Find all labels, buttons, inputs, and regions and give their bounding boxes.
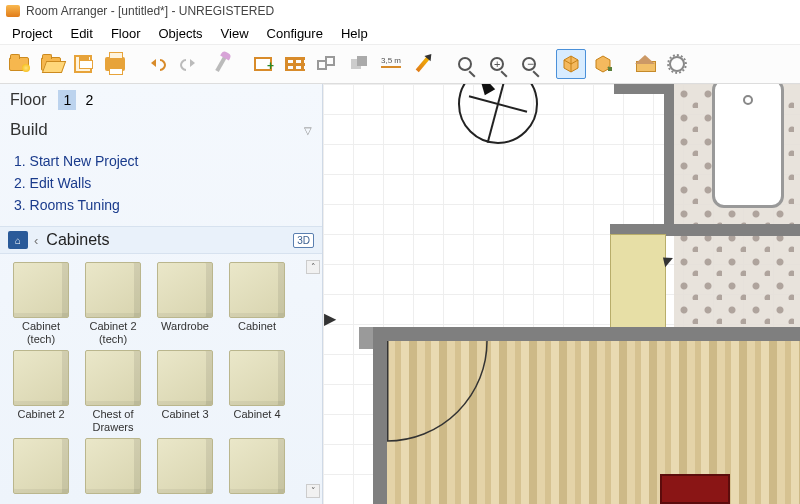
measure-label: 3,5 m (381, 56, 401, 65)
main-toolbar: 3,5 m (0, 44, 800, 84)
gallery-item-label: Cabinet 4 (224, 408, 290, 434)
sidebar: Floor 1 2 Build ▽ 1. Start New Project 2… (0, 84, 323, 504)
gallery-item[interactable] (152, 438, 218, 504)
view-3d-button[interactable] (556, 49, 586, 79)
save-button[interactable] (68, 49, 98, 79)
closet-object[interactable] (610, 234, 666, 328)
floor-selector: Floor 1 2 (0, 84, 322, 116)
menu-floor[interactable]: Floor (103, 23, 149, 44)
paint-button[interactable] (206, 49, 236, 79)
collapse-triangle-icon: ▽ (304, 125, 312, 136)
category-name: Cabinets (46, 231, 293, 249)
furniture-object[interactable] (660, 474, 730, 504)
menu-project[interactable]: Project (4, 23, 60, 44)
cabinet-thumb-icon (85, 438, 141, 494)
category-header[interactable]: ⌂ ‹ Cabinets 3D (0, 226, 322, 254)
settings-button[interactable] (662, 49, 692, 79)
build-item-walls[interactable]: 2. Edit Walls (14, 172, 308, 194)
object-gallery: Cabinet (tech)Cabinet 2 (tech)WardrobeCa… (0, 254, 322, 504)
measure-icon: 3,5 m (381, 56, 401, 72)
menu-edit[interactable]: Edit (62, 23, 100, 44)
gallery-item[interactable] (224, 438, 290, 504)
undo-button[interactable] (142, 49, 172, 79)
svg-rect-0 (318, 61, 326, 69)
scroll-down-icon[interactable]: ˅ (306, 484, 320, 498)
gallery-item-label: Cabinet (tech) (8, 320, 74, 346)
category-home-icon: ⌂ (8, 231, 28, 249)
edit-walls-button[interactable] (280, 49, 310, 79)
gallery-item[interactable] (8, 438, 74, 504)
redo-icon (180, 57, 198, 71)
zoom-in-button[interactable] (482, 49, 512, 79)
undo-icon (148, 57, 166, 71)
floorplan-canvas[interactable] (323, 84, 800, 504)
open-button[interactable] (36, 49, 66, 79)
menu-objects[interactable]: Objects (151, 23, 211, 44)
cabinet-thumb-icon (13, 438, 69, 494)
build-header[interactable]: Build ▽ (0, 116, 322, 144)
gallery-item[interactable]: Cabinet 2 (8, 350, 74, 434)
cabinet-thumb-icon (13, 262, 69, 318)
title-bar: Room Arranger - [untitled*] - UNREGISTER… (0, 0, 800, 22)
wall-segment (664, 84, 674, 234)
draw-button[interactable] (408, 49, 438, 79)
cabinet-thumb-icon (157, 262, 213, 318)
scroll-up-icon[interactable]: ˄ (306, 260, 320, 274)
app-logo-icon (6, 5, 20, 17)
add-room-button[interactable] (248, 49, 278, 79)
floor-tab-2[interactable]: 2 (80, 90, 98, 110)
chevron-left-icon[interactable]: ‹ (34, 233, 38, 248)
gallery-item[interactable]: Cabinet (tech) (8, 262, 74, 346)
redo-button[interactable] (174, 49, 204, 79)
menu-configure[interactable]: Configure (259, 23, 331, 44)
gallery-item[interactable] (80, 438, 146, 504)
print-icon (105, 57, 125, 71)
gallery-item[interactable]: Cabinet 2 (tech) (80, 262, 146, 346)
zoom-fit-icon (458, 57, 472, 71)
gallery-item-label (152, 496, 218, 504)
snap-icon (316, 53, 338, 75)
cabinet-thumb-icon (157, 438, 213, 494)
floor-tab-1[interactable]: 1 (58, 90, 76, 110)
zoom-fit-button[interactable] (450, 49, 480, 79)
new-project-button[interactable] (4, 49, 34, 79)
build-list: 1. Start New Project 2. Edit Walls 3. Ro… (0, 144, 322, 226)
print-button[interactable] (100, 49, 130, 79)
bathtub-object[interactable] (712, 84, 784, 208)
door-arc[interactable] (387, 341, 497, 451)
zoom-out-icon (522, 57, 536, 71)
cabinet-thumb-icon (157, 350, 213, 406)
wall-segment (359, 327, 373, 349)
gallery-item[interactable]: Wardrobe (152, 262, 218, 346)
snap-button[interactable] (312, 49, 342, 79)
new-icon (9, 57, 29, 71)
walk-3d-button[interactable] (588, 49, 618, 79)
menu-view[interactable]: View (213, 23, 257, 44)
gallery-scrollbar[interactable]: ˄ ˅ (306, 260, 320, 498)
gallery-item-label (224, 496, 290, 504)
cabinet-thumb-icon (13, 350, 69, 406)
group-icon (348, 53, 370, 75)
svg-rect-1 (326, 57, 334, 65)
wall-segment (373, 327, 800, 341)
gear-icon (669, 56, 685, 72)
gallery-item-label: Cabinet (224, 320, 290, 346)
catalog-button[interactable] (630, 49, 660, 79)
menu-help[interactable]: Help (333, 23, 376, 44)
badge-3d[interactable]: 3D (293, 233, 314, 248)
zoom-out-button[interactable] (514, 49, 544, 79)
gallery-item-label: Cabinet 2 (tech) (80, 320, 146, 346)
gallery-item[interactable]: Cabinet 3 (152, 350, 218, 434)
build-item-start[interactable]: 1. Start New Project (14, 150, 308, 172)
zoom-in-icon (490, 57, 504, 71)
group-button[interactable] (344, 49, 374, 79)
measure-button[interactable]: 3,5 m (376, 49, 406, 79)
gallery-item[interactable]: Chest of Drawers (80, 350, 146, 434)
gallery-item[interactable]: Cabinet 4 (224, 350, 290, 434)
build-item-tuning[interactable]: 3. Rooms Tuning (14, 194, 308, 216)
sidebar-collapse-handle[interactable]: ▶ (323, 300, 337, 336)
gallery-item-label (80, 496, 146, 504)
open-icon (41, 57, 61, 71)
gallery-item[interactable]: Cabinet (224, 262, 290, 346)
gallery-item-label: Cabinet 2 (8, 408, 74, 434)
